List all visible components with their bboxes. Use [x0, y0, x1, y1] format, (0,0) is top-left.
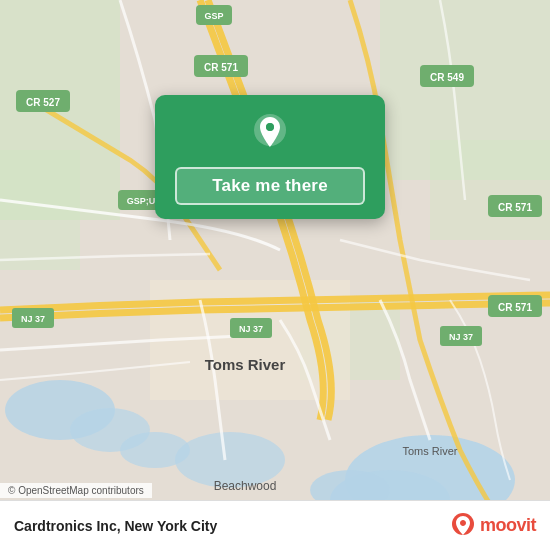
svg-rect-11: [430, 140, 550, 240]
svg-text:GSP;U: GSP;U: [127, 196, 156, 206]
attribution-bar: © OpenStreetMap contributors: [0, 483, 152, 498]
popup-card: Take me there: [155, 95, 385, 219]
svg-point-38: [266, 123, 274, 131]
svg-text:CR 527: CR 527: [26, 97, 60, 108]
attribution-text: © OpenStreetMap contributors: [8, 485, 144, 496]
svg-text:NJ 37: NJ 37: [449, 332, 473, 342]
svg-text:Toms River: Toms River: [205, 356, 286, 373]
svg-text:CR 571: CR 571: [498, 202, 532, 213]
take-me-there-button[interactable]: Take me there: [175, 167, 365, 205]
svg-text:NJ 37: NJ 37: [21, 314, 45, 324]
footer-title: Cardtronics Inc, New York City: [14, 518, 217, 534]
moovit-brand-text: moovit: [480, 515, 536, 536]
moovit-logo-icon: [450, 513, 476, 539]
map-background: CR 527 GSP CR 549 CR 571 GSP;U CR 571 NJ…: [0, 0, 550, 550]
svg-text:Beachwood: Beachwood: [214, 479, 277, 493]
footer: Cardtronics Inc, New York City moovit: [0, 500, 550, 550]
svg-text:CR 571: CR 571: [498, 302, 532, 313]
map-container: CR 527 GSP CR 549 CR 571 GSP;U CR 571 NJ…: [0, 0, 550, 550]
svg-text:CR 549: CR 549: [430, 72, 464, 83]
svg-text:NJ 37: NJ 37: [239, 324, 263, 334]
svg-text:CR 571: CR 571: [204, 62, 238, 73]
location-pin-icon: [248, 113, 292, 157]
moovit-logo: moovit: [450, 513, 536, 539]
svg-text:Toms River: Toms River: [402, 445, 457, 457]
svg-text:GSP: GSP: [204, 11, 223, 21]
